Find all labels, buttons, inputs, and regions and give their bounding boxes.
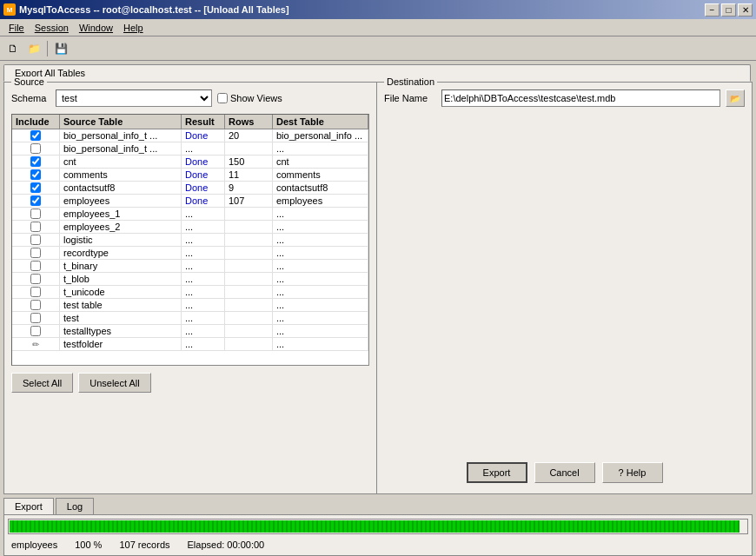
source-label: Source	[11, 76, 47, 87]
dest-table-cell: ...	[273, 221, 368, 233]
table-row: logistic......	[12, 234, 368, 247]
table-row: test table......	[12, 299, 368, 312]
include-checkbox[interactable]	[30, 130, 41, 141]
show-views-checkbox[interactable]	[217, 93, 228, 103]
tab-log[interactable]: Log	[56, 498, 94, 514]
grid-header: Include Source Table Result Rows Dest Ta…	[12, 115, 368, 129]
include-checkbox[interactable]	[30, 287, 41, 297]
include-cell	[12, 156, 60, 168]
table-row: bio_personal_info_t .........	[12, 142, 368, 156]
cancel-button[interactable]: Cancel	[534, 462, 595, 483]
result-cell: ...	[182, 221, 225, 233]
include-checkbox[interactable]	[30, 261, 41, 271]
rows-cell	[225, 312, 273, 324]
schema-select[interactable]: test	[56, 89, 212, 107]
rows-cell	[225, 286, 273, 298]
table-row: t_blob......	[12, 273, 368, 286]
rows-cell: 107	[225, 195, 273, 207]
table-row: test......	[12, 312, 368, 325]
save-button[interactable]: 💾	[51, 39, 70, 58]
source-table-cell: employees_1	[60, 208, 182, 220]
include-checkbox[interactable]	[30, 300, 41, 310]
source-table-cell: contactsutf8	[60, 182, 182, 194]
filename-input[interactable]	[441, 89, 720, 107]
include-cell	[12, 208, 60, 220]
source-table-cell: testalltypes	[60, 325, 182, 337]
dest-table-cell: comments	[273, 169, 368, 181]
progress-bar	[10, 520, 739, 533]
table-row: t_binary......	[12, 260, 368, 273]
dest-table-cell: ...	[273, 325, 368, 337]
result-cell: ...	[182, 208, 225, 220]
filename-row: File Name 📂	[384, 89, 745, 107]
dest-table-cell: ...	[273, 299, 368, 311]
dest-table-cell: ...	[273, 208, 368, 220]
dest-table-cell: ...	[273, 142, 368, 155]
close-button[interactable]: ✕	[738, 3, 753, 17]
source-table-cell: test	[60, 312, 182, 324]
help-button[interactable]: ? Help	[602, 462, 663, 483]
include-cell	[12, 182, 60, 194]
include-checkbox[interactable]	[30, 274, 41, 284]
col-dest-table: Dest Table	[273, 115, 368, 129]
source-table-cell: recordtype	[60, 247, 182, 259]
select-all-button[interactable]: Select All	[11, 373, 73, 393]
show-views-label: Show Views	[230, 93, 282, 103]
table-row: ✏testfolder......	[12, 338, 368, 351]
dest-table-cell: ...	[273, 260, 368, 272]
include-checkbox[interactable]	[30, 156, 41, 167]
filename-label: File Name	[384, 93, 436, 103]
status-table: employees	[11, 539, 57, 550]
rows-cell	[225, 221, 273, 233]
tab-export[interactable]: Export	[3, 498, 54, 514]
menu-window[interactable]: Window	[74, 21, 118, 35]
include-checkbox[interactable]	[30, 235, 41, 245]
source-table-cell: t_unicode	[60, 286, 182, 298]
include-checkbox[interactable]	[30, 248, 41, 258]
minimize-button[interactable]: −	[705, 3, 720, 17]
include-checkbox[interactable]	[30, 326, 41, 336]
title-bar: M MysqlToAccess -- root@localhost.test -…	[0, 0, 756, 19]
result-cell: ...	[182, 312, 225, 324]
include-cell	[12, 286, 60, 298]
include-checkbox[interactable]	[30, 195, 41, 206]
rows-cell: 20	[225, 129, 273, 142]
export-button[interactable]: Export	[467, 462, 527, 483]
schema-label: Schema	[11, 93, 50, 103]
include-cell: ✏	[12, 338, 60, 350]
browse-button[interactable]: 📂	[726, 89, 745, 107]
dest-table-cell: ...	[273, 273, 368, 285]
rows-cell	[225, 142, 273, 155]
open-button[interactable]: 📁	[24, 39, 43, 58]
window-controls: − □ ✕	[705, 3, 753, 17]
dest-table-cell: ...	[273, 312, 368, 324]
menu-help[interactable]: Help	[118, 21, 149, 35]
include-checkbox[interactable]	[30, 222, 41, 232]
include-cell	[12, 129, 60, 142]
grid-body: bio_personal_info_t ...Done20bio_persona…	[12, 129, 368, 351]
include-checkbox[interactable]	[30, 143, 41, 154]
menu-session[interactable]: Session	[30, 21, 74, 35]
rows-cell	[225, 208, 273, 220]
source-table-cell: employees_2	[60, 221, 182, 233]
col-source-table: Source Table	[60, 115, 182, 129]
include-checkbox[interactable]	[30, 169, 41, 180]
table-row: employees_1......	[12, 208, 368, 221]
rows-cell	[225, 234, 273, 246]
col-rows: Rows	[225, 115, 273, 129]
result-cell: ...	[182, 325, 225, 337]
result-cell: ...	[182, 260, 225, 272]
unselect-all-button[interactable]: Unselect All	[78, 373, 150, 393]
menu-file[interactable]: File	[3, 21, 30, 35]
include-checkbox[interactable]	[30, 182, 41, 193]
include-checkbox[interactable]	[30, 313, 41, 323]
dest-table-cell: cnt	[273, 156, 368, 168]
tab-export-all-tables[interactable]: Export All Tables	[3, 64, 751, 82]
rows-cell: 150	[225, 156, 273, 168]
table-row: employees_2......	[12, 221, 368, 234]
maximize-button[interactable]: □	[721, 3, 736, 17]
new-button[interactable]: 🗋	[3, 39, 23, 58]
col-result: Result	[182, 115, 225, 129]
include-checkbox[interactable]	[30, 208, 41, 219]
rows-cell: 9	[225, 182, 273, 194]
